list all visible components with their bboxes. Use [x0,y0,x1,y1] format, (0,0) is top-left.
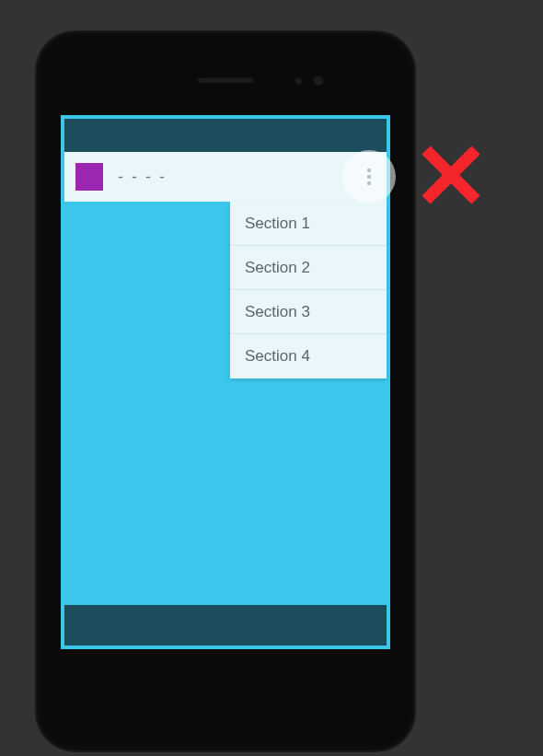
more-vert-icon [367,169,371,185]
phone-screen: - - - - Section 1 Section 2 [61,115,390,649]
menu-item-label: Section 3 [245,303,310,321]
menu-item-section-1[interactable]: Section 1 [230,202,387,246]
screen-content: - - - - Section 1 Section 2 [64,119,387,646]
overflow-dropdown-menu: Section 1 Section 2 Section 3 Section 4 [230,202,387,378]
menu-item-label: Section 2 [245,259,310,277]
app-bar: - - - - [64,152,387,202]
menu-item-section-3[interactable]: Section 3 [230,290,387,334]
phone-proximity-sensor [295,76,303,85]
menu-item-section-2[interactable]: Section 2 [230,246,387,290]
content-area: Section 1 Section 2 Section 3 Section 4 [64,202,387,605]
app-icon [75,163,103,191]
menu-item-label: Section 1 [245,215,310,233]
overflow-menu-button[interactable] [342,150,396,204]
phone-device-frame: - - - - Section 1 Section 2 [37,32,414,750]
phone-front-camera [313,75,324,86]
incorrect-x-icon [419,143,483,207]
status-bar [64,119,387,152]
menu-item-section-4[interactable]: Section 4 [230,334,387,378]
navigation-bar [64,605,387,646]
phone-speaker [197,76,254,83]
app-title: - - - - [118,168,375,187]
menu-item-label: Section 4 [245,347,310,366]
